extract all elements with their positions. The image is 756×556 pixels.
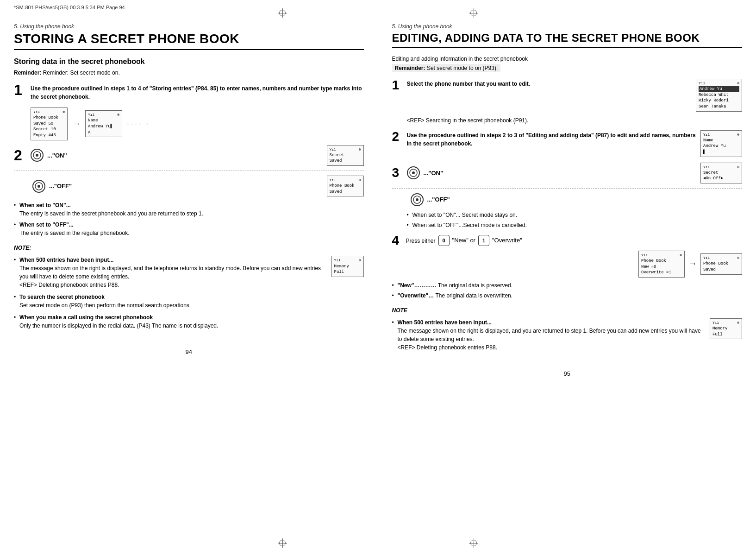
on-button[interactable] xyxy=(31,149,44,162)
right-divider xyxy=(392,188,743,189)
right-subtitle: 5. Using the phone book xyxy=(392,23,743,30)
right-off-button[interactable] xyxy=(411,193,424,206)
bullet-on: When set to "ON"... The entry is saved i… xyxy=(14,201,364,218)
right-on-button[interactable] xyxy=(407,166,420,179)
svg-point-7 xyxy=(416,198,419,201)
step3-bullet1: When set to "ON"... Secret mode stays on… xyxy=(407,211,743,219)
step2-bullets: When set to "ON"... The entry is saved i… xyxy=(14,201,364,237)
right-step2-number: 2 xyxy=(392,130,403,143)
note-bullet1: When 500 entries have been input... The … xyxy=(14,256,364,289)
file-header: *SM-801 PHS/sec5(GB) 00.3.9 5:34 PM Page… xyxy=(14,5,742,10)
reg-mark-bl xyxy=(278,538,287,548)
svg-point-1 xyxy=(36,154,38,157)
right-column: 5. Using the phone book EDITING, ADDING … xyxy=(378,23,743,377)
right-step3-number: 3 xyxy=(392,166,403,179)
right-title: EDITING, ADDING DATA TO THE SECRET PHONE… xyxy=(392,32,743,48)
step3-bullets: When set to "ON"... Secret mode stays on… xyxy=(407,211,743,229)
left-subsection: Storing data in the secret phonebook xyxy=(14,57,364,66)
step2-number: 2 xyxy=(14,148,27,163)
new-label: "New" or xyxy=(452,237,475,244)
screen-secret-mode: Yıl⊕ Secret ◄On Off► xyxy=(700,163,742,183)
screen-contacts-list: Yıl⊕ Andrew Yu Rebecca Whit Ricky Rodori… xyxy=(696,79,742,112)
right-off-label: ..."OFF" xyxy=(427,196,450,203)
step4-bullets: "New"………… The original data is preserved… xyxy=(392,281,743,300)
right-step4: 4 Press either 0 "New" or 1 "Overwrite" … xyxy=(392,234,743,300)
right-page-number: 95 xyxy=(392,370,743,377)
right-step1-text: Select the phone number that you want to… xyxy=(407,79,531,88)
step1-screens: Yıl⊕ Phone Book Saved 50 Secret 10 Empty… xyxy=(31,107,364,140)
new-button[interactable]: 0 xyxy=(438,235,450,246)
svg-point-5 xyxy=(412,171,415,174)
left-subtitle: 5. Using the phone book xyxy=(14,23,364,30)
right-step2: 2 Use the procedure outlined in steps 2 … xyxy=(392,130,743,157)
note-bullet2: To search the secret phonebook Set secre… xyxy=(14,293,364,310)
right-note-bullets: When 500 entries have been input... The … xyxy=(392,318,743,352)
right-step4-text: Press either xyxy=(406,236,436,245)
step4-bullet1: "New"………… The original data is preserved… xyxy=(392,281,743,290)
left-step1-text: Use the procedure outlined in steps 1 to… xyxy=(31,82,364,101)
divider xyxy=(14,171,364,171)
left-title: STORING A SECRET PHONE BOOK xyxy=(14,32,364,50)
on-label: ..."ON" xyxy=(47,152,67,159)
right-note-bullet1: When 500 entries have been input... The … xyxy=(392,318,743,352)
left-reminder: Reminder: Reminder: Set secret mode on. xyxy=(14,70,364,76)
screen-memory-full-left: Yıl⊕ Memory Full xyxy=(331,256,364,277)
bullet-off: When set to "OFF"... The entry is saved … xyxy=(14,221,364,237)
screen-new-overwrite: Yıl⊕ Phone Book New =0 Overwrite =1 xyxy=(638,251,685,278)
left-step1: 1 Use the procedure outlined in steps 1 … xyxy=(14,82,364,101)
right-step2-text: Use the procedure outlined in steps 2 to… xyxy=(407,130,697,148)
dashed-arrow-icon: - - - - → xyxy=(127,120,149,127)
right-step1: 1 Select the phone number that you want … xyxy=(392,79,743,112)
left-step1-number: 1 xyxy=(14,82,27,97)
right-step1-number: 1 xyxy=(392,79,403,92)
note-bullet3: When you make a call using the secret ph… xyxy=(14,313,364,330)
svg-point-3 xyxy=(37,185,40,188)
step4-bullet2: "Overwrite"… The original data is overwr… xyxy=(392,291,743,300)
screen-secret-saved: Yıl⊕ Secret Saved xyxy=(327,145,364,166)
right-reminder: Remainder: Set secret mode to on (P93). xyxy=(392,64,501,72)
step4-arrow-icon: → xyxy=(688,259,697,269)
right-step3: 3 ..."ON" Yıl⊕ Secret ◄On Off► xyxy=(392,163,743,229)
left-note: NOTE: When 500 entries have been input..… xyxy=(14,245,364,330)
right-intro: Editing and adding information in the se… xyxy=(392,56,743,62)
note-bullets: When 500 entries have been input... The … xyxy=(14,256,364,330)
right-note: NOTE When 500 entries have been input...… xyxy=(392,307,743,352)
screen-phonebook: Yıl⊕ Phone Book Saved 50 Secret 10 Empty… xyxy=(31,107,68,140)
file-info: *SM-801 PHS/sec5(GB) 00.3.9 5:34 PM Page… xyxy=(14,5,125,10)
page: *SM-801 PHS/sec5(GB) 00.3.9 5:34 PM Page… xyxy=(0,0,756,556)
reg-mark-tr xyxy=(469,8,478,18)
arrow-right-icon: → xyxy=(72,119,81,129)
overwrite-button[interactable]: 1 xyxy=(478,235,489,246)
note-title: NOTE: xyxy=(14,245,364,251)
right-step4-number: 4 xyxy=(392,234,403,247)
left-page-number: 94 xyxy=(14,348,364,355)
overwrite-label: "Overwrite" xyxy=(492,237,522,244)
off-button[interactable] xyxy=(32,180,45,193)
reg-mark-br xyxy=(469,538,478,548)
screen-phonebook-saved: Yıl⊕ Phone Book Saved xyxy=(327,176,364,196)
screen-name-entry: Yıl⊕ Name Andrew Yu▌ A xyxy=(85,110,122,137)
off-label: ..."OFF" xyxy=(49,183,72,190)
step2-on-off: 2 ..."ON" Yıl⊕ Secret Saved xyxy=(14,145,364,197)
screen-memory-full-right: Yıl⊕ Memory Full xyxy=(710,318,742,339)
screen-saved-right: Yıl⊕ Phone Book Saved xyxy=(700,253,742,274)
right-on-label: ..."ON" xyxy=(424,170,444,177)
screen-name-andrew: Yıl⊕ Name Andrew Yu ▌ xyxy=(700,130,742,157)
reg-mark-tl xyxy=(278,8,287,18)
right-note-title: NOTE xyxy=(392,307,743,314)
left-column: 5. Using the phone book STORING A SECRET… xyxy=(14,23,378,377)
step4-screens: Yıl⊕ Phone Book New =0 Overwrite =1 → Yı… xyxy=(406,251,743,278)
right-step1-ref: <REF> Searching in the secret phonebook … xyxy=(407,117,743,124)
step3-bullet2: When set to "OFF"...Secret mode is cance… xyxy=(407,221,743,229)
